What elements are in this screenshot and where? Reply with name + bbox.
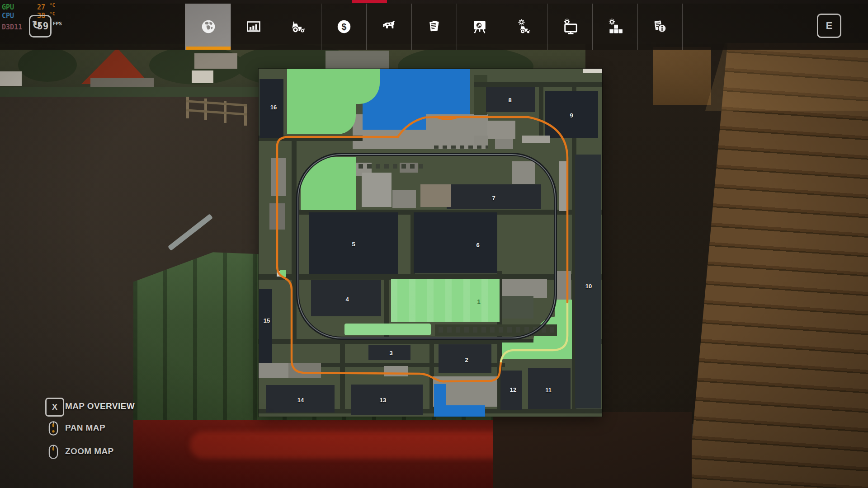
field-label: 1 <box>477 298 480 305</box>
tab-garage[interactable] <box>502 4 547 50</box>
field-label: 5 <box>352 241 355 248</box>
rotate-arrow-icon: ↻ <box>32 19 42 32</box>
ground-shadow <box>493 412 692 488</box>
reset-view-key-badge: ↻ <box>29 15 52 38</box>
hint-label: ZOOM MAP <box>65 446 114 456</box>
mouse-wheel-icon <box>48 444 59 460</box>
map-route <box>259 69 602 417</box>
production-icon <box>472 19 488 35</box>
farm-house <box>0 71 22 86</box>
field-label: 4 <box>345 296 349 303</box>
field-label: 8 <box>508 97 511 103</box>
tab-contracts[interactable] <box>411 4 457 50</box>
hint-label: MAP OVERVIEW <box>65 401 135 411</box>
game-screen: 1 2 3 4 5 6 7 8 9 10 11 12 13 14 15 16 <box>0 0 868 488</box>
field-label: 11 <box>545 387 552 394</box>
tab-game-settings[interactable] <box>547 4 592 50</box>
keyboard-key-x: X <box>45 398 64 417</box>
field-label: 14 <box>297 397 304 404</box>
svg-text:$: $ <box>341 22 346 32</box>
field-label: 3 <box>389 350 392 357</box>
tab-animals[interactable] <box>366 4 411 50</box>
help-icon <box>652 19 668 35</box>
finances-icon: $ <box>336 19 352 35</box>
game-settings-icon <box>562 19 578 35</box>
tab-production[interactable] <box>457 4 502 50</box>
tab-vehicles[interactable] <box>276 4 321 50</box>
field-label: 13 <box>380 397 386 404</box>
contracts-icon <box>426 19 443 35</box>
hint-zoom-map: ZOOM MAP <box>48 444 59 461</box>
wooden-wall-highlight <box>705 43 868 111</box>
hotkey-e-label: E <box>826 20 833 32</box>
field-label: 6 <box>476 242 479 249</box>
hint-pan-map: PAN MAP <box>48 421 59 438</box>
hint-label: PAN MAP <box>65 423 105 433</box>
field-label: 9 <box>570 112 573 119</box>
field-label: 12 <box>510 386 516 393</box>
tab-general-settings[interactable] <box>592 4 637 50</box>
farm-shed <box>194 53 237 69</box>
gpu-stat: GPU27 °C <box>2 3 55 11</box>
animals-icon <box>381 19 397 35</box>
general-settings-icon <box>607 19 623 35</box>
vehicles-icon <box>291 19 307 35</box>
field-label: 16 <box>270 104 277 111</box>
menu-tabs: $ <box>185 4 683 50</box>
tree <box>18 48 77 82</box>
wood-shed <box>653 47 711 105</box>
garage-icon <box>517 19 533 35</box>
mouse-pan-icon <box>48 421 59 436</box>
hotkey-e-badge: E <box>817 14 841 38</box>
farm-house <box>192 70 213 83</box>
tab-map[interactable] <box>185 4 231 50</box>
field-label: 15 <box>264 317 270 324</box>
field-label: 10 <box>585 283 592 290</box>
globe-map-icon <box>200 19 217 35</box>
tab-finances[interactable]: $ <box>321 4 366 50</box>
minimap[interactable]: 1 2 3 4 5 6 7 8 9 10 11 12 13 14 15 16 <box>259 69 602 417</box>
tab-statistics[interactable] <box>231 4 276 50</box>
field-label: 7 <box>492 195 495 202</box>
statistics-icon <box>245 19 262 35</box>
field-label: 2 <box>465 357 468 363</box>
selected-tab-underline <box>186 47 231 50</box>
notification-bar <box>352 0 387 3</box>
farm-shed <box>326 51 389 69</box>
screen-top-edge <box>0 0 868 4</box>
tab-help[interactable] <box>637 4 683 50</box>
